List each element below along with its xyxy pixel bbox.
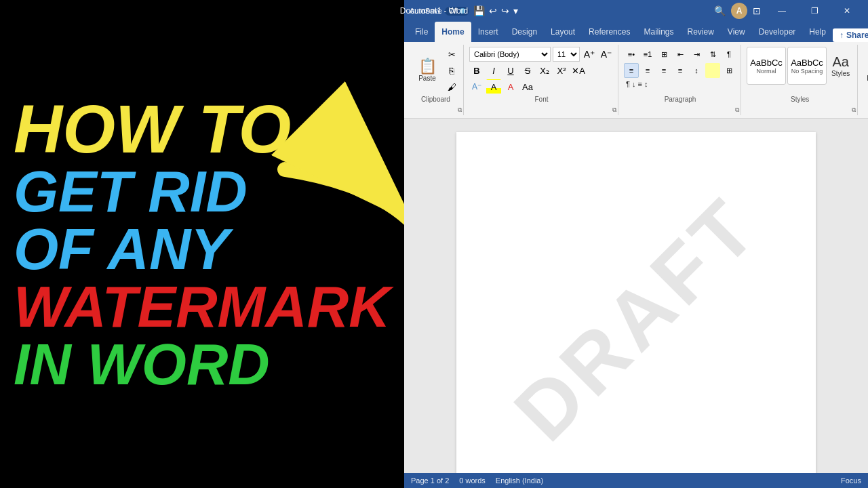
tab-review[interactable]: Review [680, 22, 720, 42]
search-icon[interactable]: 🔍 [714, 5, 726, 16]
increase-font-button[interactable]: A⁺ [582, 47, 597, 62]
customize-qat-icon[interactable]: ▾ [513, 5, 518, 16]
bold-button[interactable]: B [469, 63, 484, 78]
align-center-button[interactable]: ≡ [640, 63, 655, 78]
copy-button[interactable]: ⎘ [444, 63, 459, 78]
font-row-2: B I U S X₂ X² ✕A [469, 63, 614, 78]
restore-button[interactable]: ❐ [799, 0, 830, 22]
strikethrough-button[interactable]: S [520, 63, 535, 78]
decrease-font-button[interactable]: A⁻ [599, 47, 614, 62]
word-application: AutoSave Off 💾 ↩ ↪ ▾ Document1 - Word 🔍 … [404, 0, 868, 488]
tab-references[interactable]: References [582, 22, 637, 42]
para-row-2: ≡ ≡ ≡ ≡ ↕ ⊞ [624, 63, 736, 78]
tab-help[interactable]: Help [802, 22, 833, 42]
para-row-3: ¶ ↓ ≡ ↕ [624, 79, 736, 89]
tab-file[interactable]: File [408, 22, 435, 42]
share-button[interactable]: ↑ Share [833, 28, 868, 42]
ribbon-display-icon[interactable]: ⊡ [753, 5, 761, 16]
tab-design[interactable]: Design [505, 22, 544, 42]
thumbnail-line5: IN WORD [14, 336, 270, 393]
paste-button[interactable]: 📋 Paste [412, 57, 442, 84]
format-painter-button[interactable]: 🖌 [444, 79, 459, 94]
paragraph-expand-icon[interactable]: ⧉ [735, 106, 739, 114]
styles-button[interactable]: Aa Styles [828, 52, 853, 79]
tab-home[interactable]: Home [435, 22, 471, 42]
numbering-button[interactable]: ≡1 [640, 47, 655, 62]
font-expand-icon[interactable]: ⧉ [612, 106, 616, 114]
window-controls: — ❐ ✕ [766, 0, 863, 22]
align-left-button[interactable]: ≡ [624, 63, 639, 78]
draft-watermark: DRAFT [496, 178, 776, 458]
bullets-button[interactable]: ≡• [624, 47, 639, 62]
ribbon-group-paragraph: ≡• ≡1 ⊞ ⇤ ⇥ ⇅ ¶ ≡ ≡ ≡ ≡ ↕ [620, 45, 741, 115]
show-formatting-button[interactable]: ¶ [722, 47, 736, 62]
language-text: English (India) [496, 476, 543, 485]
font-size-select[interactable]: 11 [553, 47, 580, 62]
dictate-button[interactable]: 🎤 Dictate [863, 57, 868, 84]
cut-button[interactable]: ✂ [444, 47, 459, 62]
tab-developer[interactable]: Developer [752, 22, 803, 42]
document-area[interactable]: DRAFT [404, 119, 868, 473]
clear-format-button[interactable]: ✕A [571, 63, 586, 78]
superscript-button[interactable]: X² [554, 63, 569, 78]
thumbnail-panel: HOW TO GET RID OF ANY WATERMARK IN WORD [0, 0, 404, 488]
line-spacing-button[interactable]: ↕ [689, 63, 704, 78]
thumbnail-line2: GET RID [14, 163, 248, 220]
ribbon-group-clipboard: 📋 Paste ✂ ⎘ 🖌 Clipboard ⧉ [408, 45, 464, 115]
tab-insert[interactable]: Insert [471, 22, 505, 42]
focus-text: Focus [841, 476, 861, 485]
text-effect-button[interactable]: A⁻ [469, 79, 484, 94]
document-page[interactable]: DRAFT [456, 132, 816, 473]
multilevel-button[interactable]: ⊞ [656, 47, 671, 62]
undo-icon[interactable]: ↩ [489, 5, 497, 16]
shading-button[interactable] [705, 63, 720, 78]
page-count: Page 1 of 2 [411, 476, 449, 485]
style-no-spacing-preview: AaBbCc [791, 58, 823, 68]
clipboard-label: Clipboard [412, 94, 459, 103]
user-avatar[interactable]: A [731, 3, 747, 19]
ribbon-group-font: Calibri (Body) 11 A⁺ A⁻ B I U S X₂ [465, 45, 618, 115]
decrease-indent-button[interactable]: ⇤ [673, 47, 688, 62]
change-case-button[interactable]: Aa [520, 79, 535, 94]
tab-mailings[interactable]: Mailings [637, 22, 680, 42]
style-normal-label: Normal [756, 68, 776, 75]
user-initial: A [736, 6, 743, 16]
italic-button[interactable]: I [486, 63, 501, 78]
highlight-button[interactable]: A [486, 79, 501, 94]
tab-view[interactable]: View [721, 22, 752, 42]
ribbon: File Home Insert Design Layout Reference… [404, 22, 868, 119]
align-right-button[interactable]: ≡ [656, 63, 671, 78]
increase-indent-button[interactable]: ⇥ [689, 47, 704, 62]
subscript-button[interactable]: X₂ [537, 63, 552, 78]
tab-layout[interactable]: Layout [544, 22, 582, 42]
justify-button[interactable]: ≡ [673, 63, 688, 78]
word-count: 0 words [459, 476, 486, 485]
underline-button[interactable]: U [503, 63, 518, 78]
paste-icon: 📋 [418, 59, 437, 74]
borders-button[interactable]: ⊞ [722, 63, 736, 78]
style-no-spacing[interactable]: AaBbCc No Spacing [787, 47, 827, 85]
ribbon-content: 📋 Paste ✂ ⎘ 🖌 Clipboard ⧉ [404, 42, 868, 119]
language: English (India) [496, 476, 543, 485]
style-normal-preview: AaBbCc [750, 58, 783, 68]
ribbon-group-styles: AaBbCc Normal AaBbCc No Spacing Aa Style… [743, 45, 858, 115]
ribbon-tabs: File Home Insert Design Layout Reference… [404, 22, 868, 42]
minimize-button[interactable]: — [766, 0, 797, 22]
word-count-text: 0 words [459, 476, 486, 485]
paragraph-label: Paragraph [624, 94, 736, 103]
font-row-3: A⁻ A A Aa [469, 79, 614, 94]
font-family-select[interactable]: Calibri (Body) [469, 47, 551, 62]
document-title: Document1 - Word [400, 6, 468, 16]
font-color-button[interactable]: A [503, 79, 518, 94]
focus-mode[interactable]: Focus [841, 476, 861, 485]
close-button[interactable]: ✕ [831, 0, 863, 22]
clipboard-expand-icon[interactable]: ⧉ [458, 106, 462, 114]
page-count-text: Page 1 of 2 [411, 476, 449, 485]
save-icon[interactable]: 💾 [473, 5, 485, 16]
styles-expand-icon[interactable]: ⧉ [852, 106, 856, 114]
style-normal[interactable]: AaBbCc Normal [747, 47, 786, 85]
title-bar: AutoSave Off 💾 ↩ ↪ ▾ Document1 - Word 🔍 … [404, 0, 868, 22]
styles-icon: Aa [832, 54, 848, 70]
sort-button[interactable]: ⇅ [705, 47, 720, 62]
redo-icon[interactable]: ↪ [501, 5, 509, 16]
